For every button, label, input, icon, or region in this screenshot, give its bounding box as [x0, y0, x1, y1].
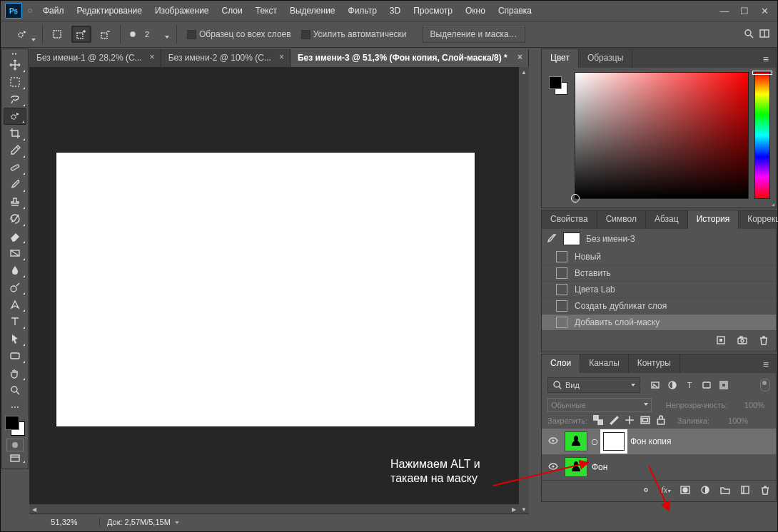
fill-field[interactable]: 100% — [715, 415, 754, 426]
tab-adjustments[interactable]: Коррекция — [739, 210, 778, 229]
brush-size-field[interactable]: 2 — [145, 30, 172, 39]
history-step[interactable]: Цвета Lab — [542, 282, 776, 298]
visibility-toggle[interactable] — [546, 461, 560, 474]
crop-tool[interactable] — [4, 125, 26, 142]
tab-history[interactable]: История — [688, 210, 739, 229]
filter-shape-icon[interactable] — [699, 379, 714, 392]
tab-channels[interactable]: Каналы — [580, 354, 629, 373]
zoom-tool[interactable] — [4, 382, 26, 399]
add-selection-mode[interactable] — [71, 26, 91, 43]
stamp-tool[interactable] — [4, 193, 26, 210]
menu-3d[interactable]: 3D — [383, 3, 407, 19]
menu-help[interactable]: Справка — [492, 3, 538, 19]
history-step[interactable]: Создать дубликат слоя — [542, 298, 776, 314]
layer-thumbnail[interactable] — [565, 457, 587, 477]
enhance-edge-checkbox[interactable]: Усилить автоматически — [301, 29, 407, 39]
minimize-button[interactable]: — — [714, 4, 734, 18]
type-tool[interactable] — [4, 313, 26, 330]
marquee-tool[interactable] — [4, 73, 26, 91]
pen-tool[interactable] — [4, 296, 26, 313]
brush-preview-icon[interactable] — [125, 26, 141, 43]
close-tab-icon[interactable]: × — [517, 52, 522, 62]
hand-tool[interactable] — [4, 364, 26, 382]
foreground-background-swatch[interactable] — [5, 416, 25, 436]
maximize-button[interactable]: ☐ — [734, 4, 754, 18]
filter-toggle[interactable] — [760, 379, 770, 392]
layer-row[interactable]: Фон — [542, 454, 776, 480]
layer-effects-icon[interactable]: fx▾ — [661, 485, 670, 497]
hue-marker[interactable] — [752, 71, 772, 75]
hue-slider[interactable] — [754, 72, 770, 199]
document-tab-active[interactable]: Без имени-3 @ 51,3% (Фон копия, Слой-мас… — [291, 49, 529, 66]
eraser-tool[interactable] — [4, 227, 26, 245]
mask-link-icon[interactable] — [592, 432, 597, 451]
menu-layers[interactable]: Слои — [216, 3, 249, 19]
filter-adjustment-icon[interactable] — [665, 379, 680, 392]
scroll-up-icon[interactable]: ▲ — [519, 67, 529, 77]
menu-image[interactable]: Изображение — [148, 3, 216, 19]
link-layers-icon[interactable] — [641, 485, 651, 497]
dodge-tool[interactable] — [4, 279, 26, 296]
snapshot-thumbnail[interactable] — [563, 232, 580, 245]
new-adjustment-layer-icon[interactable] — [700, 485, 710, 497]
panel-resize-icon[interactable] — [772, 203, 774, 206]
lock-artboard-icon[interactable] — [640, 415, 650, 426]
close-tab-icon[interactable]: × — [150, 52, 155, 62]
blend-mode-dropdown[interactable]: Обычные — [547, 398, 652, 412]
filter-smart-icon[interactable] — [716, 379, 732, 392]
menu-file[interactable]: Файл — [36, 3, 71, 19]
horizontal-scrollbar[interactable]: ◀ ▶ — [29, 504, 519, 514]
canvas-area[interactable] — [29, 67, 529, 514]
new-layer-icon[interactable] — [740, 485, 750, 497]
lock-all-icon[interactable] — [656, 415, 666, 426]
menu-type[interactable]: Текст — [249, 3, 283, 19]
canvas[interactable] — [56, 153, 475, 426]
add-layer-mask-icon[interactable] — [680, 485, 690, 497]
history-step-current[interactable]: Добавить слой-маску — [542, 314, 776, 331]
tab-properties[interactable]: Свойства — [542, 210, 597, 229]
move-tool[interactable] — [4, 56, 26, 73]
foreground-color-swatch[interactable] — [5, 416, 19, 430]
menu-filter[interactable]: Фильтр — [342, 3, 383, 19]
tab-paragraph[interactable]: Абзац — [646, 210, 688, 229]
color-field[interactable] — [575, 72, 749, 199]
toolbar-expand-icon[interactable]: ▸▸ — [2, 51, 28, 56]
options-search-icon[interactable] — [743, 28, 754, 41]
quick-selection-tool[interactable] — [4, 108, 26, 125]
document-tab[interactable]: Без имени-2 @ 100% (С... × — [161, 49, 291, 67]
opacity-field[interactable]: 100% — [734, 399, 770, 411]
layer-thumbnail[interactable] — [565, 431, 587, 451]
close-tab-icon[interactable]: × — [279, 52, 284, 62]
screen-mode-toggle[interactable] — [4, 453, 26, 464]
blur-tool[interactable] — [4, 262, 26, 279]
healing-tool[interactable] — [4, 159, 26, 176]
edit-toolbar-icon[interactable]: ⋯ — [4, 403, 26, 411]
options-arrange-icon[interactable] — [759, 28, 770, 41]
menu-select[interactable]: Выделение — [283, 3, 342, 19]
brush-tool[interactable] — [4, 176, 26, 193]
history-step[interactable]: Вставить — [542, 265, 776, 282]
new-snapshot-icon[interactable] — [737, 335, 747, 347]
color-picker-cursor[interactable] — [571, 194, 580, 203]
create-document-from-state-icon[interactable] — [716, 335, 726, 347]
select-and-mask-button[interactable]: Выделение и маска… — [423, 26, 525, 43]
document-info[interactable]: Док: 2,57M/5,15M — [99, 518, 186, 526]
filter-pixel-icon[interactable] — [647, 379, 663, 392]
shape-tool[interactable] — [4, 347, 26, 364]
layer-mask-thumbnail[interactable] — [602, 431, 626, 452]
scroll-left-icon[interactable]: ◀ — [29, 504, 39, 514]
panel-menu-icon[interactable]: ≡ — [756, 49, 776, 68]
gradient-tool[interactable] — [4, 245, 26, 262]
tab-character[interactable]: Символ — [597, 210, 646, 229]
menu-edit[interactable]: Редактирование — [71, 3, 148, 19]
history-step[interactable]: Новый — [542, 249, 776, 265]
document-tab[interactable]: Без имени-1 @ 28,2% (С... × — [29, 49, 161, 67]
quick-mask-toggle[interactable] — [6, 439, 24, 451]
history-brush-source-icon[interactable] — [546, 233, 557, 245]
foreground-color-swatch[interactable] — [549, 76, 562, 89]
panel-menu-icon[interactable]: ≡ — [756, 354, 776, 373]
path-select-tool[interactable] — [4, 330, 26, 347]
lock-position-icon[interactable] — [625, 415, 635, 426]
scroll-down-icon[interactable]: ▼ — [519, 504, 529, 514]
eyedropper-tool[interactable] — [4, 142, 26, 159]
